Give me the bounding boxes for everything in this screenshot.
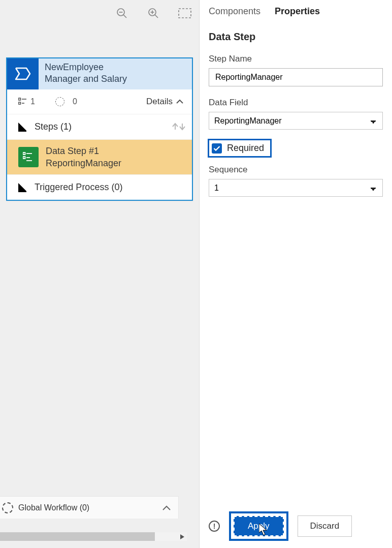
tab-components[interactable]: Components bbox=[209, 6, 260, 17]
required-label: Required bbox=[227, 143, 264, 154]
panel-tabs: Components Properties bbox=[209, 4, 383, 25]
chevron-up-icon bbox=[176, 99, 184, 105]
panel-title: Data Step bbox=[209, 31, 383, 43]
tab-properties[interactable]: Properties bbox=[275, 6, 320, 17]
svg-line-1 bbox=[123, 15, 126, 18]
required-checkbox-row[interactable]: Required bbox=[208, 139, 272, 158]
steps-label: Steps (1) bbox=[35, 121, 72, 132]
triangle-icon bbox=[18, 123, 27, 132]
apply-highlight: Apply bbox=[229, 511, 288, 541]
triangle-icon bbox=[18, 183, 27, 192]
spinner-icon bbox=[2, 502, 13, 513]
svg-marker-19 bbox=[180, 534, 184, 539]
canvas-toolbar bbox=[115, 6, 192, 20]
horizontal-scrollbar[interactable] bbox=[0, 532, 187, 541]
svg-rect-8 bbox=[19, 98, 21, 100]
required-checkbox[interactable] bbox=[212, 143, 222, 154]
chevron-up-icon[interactable] bbox=[162, 504, 171, 511]
step-name-label: Step Name bbox=[209, 54, 383, 64]
info-icon[interactable]: ! bbox=[209, 521, 220, 532]
svg-rect-16 bbox=[23, 157, 25, 159]
zoom-in-icon[interactable] bbox=[146, 6, 160, 20]
stage-card[interactable]: NewEmployee Manager and Salary 1 0 Detai… bbox=[6, 57, 193, 201]
data-field-select[interactable]: ReportingManager bbox=[209, 112, 383, 130]
details-toggle[interactable]: Details bbox=[146, 97, 184, 107]
triggered-section[interactable]: Triggered Process (0) bbox=[7, 175, 192, 200]
spinner-icon bbox=[55, 97, 64, 106]
step-name-input[interactable] bbox=[209, 68, 383, 86]
stage-header[interactable]: NewEmployee Manager and Salary bbox=[7, 58, 192, 89]
svg-rect-10 bbox=[19, 102, 21, 104]
data-field-label: Data Field bbox=[209, 98, 383, 108]
stage-chevron-icon bbox=[7, 58, 39, 89]
svg-rect-7 bbox=[179, 9, 191, 18]
data-step-row[interactable]: Data Step #1 ReportingManager bbox=[7, 140, 192, 175]
scroll-right-icon[interactable] bbox=[178, 532, 187, 541]
canvas-area: NewEmployee Manager and Salary 1 0 Detai… bbox=[0, 0, 199, 548]
stage-title-line2: Manager and Salary bbox=[45, 73, 127, 85]
check-icon bbox=[213, 145, 220, 151]
svg-line-4 bbox=[155, 15, 158, 18]
steps-count: 1 bbox=[18, 97, 35, 106]
data-step-icon bbox=[18, 147, 39, 167]
zoom-out-icon[interactable] bbox=[115, 6, 129, 20]
steps-section[interactable]: Steps (1) bbox=[7, 114, 192, 140]
discard-button[interactable]: Discard bbox=[298, 515, 352, 537]
apply-button[interactable]: Apply bbox=[234, 516, 284, 536]
stage-title: NewEmployee Manager and Salary bbox=[39, 58, 133, 89]
list-icon bbox=[18, 98, 27, 106]
stage-title-line1: NewEmployee bbox=[45, 62, 127, 73]
sequence-label: Sequence bbox=[209, 165, 383, 175]
panel-footer: ! Apply Discard bbox=[209, 505, 383, 541]
sort-arrows-icon[interactable] bbox=[172, 122, 186, 131]
triggered-count: 0 bbox=[55, 97, 77, 106]
scrollbar-thumb[interactable] bbox=[0, 532, 155, 541]
sequence-select[interactable]: 1 bbox=[209, 179, 383, 197]
stage-meta: 1 0 Details bbox=[7, 89, 192, 114]
svg-rect-14 bbox=[23, 153, 25, 155]
global-workflow-bar[interactable]: Global Workflow (0) bbox=[0, 496, 179, 519]
fit-screen-icon[interactable] bbox=[178, 6, 192, 20]
properties-panel: Components Properties Data Step Step Nam… bbox=[199, 0, 392, 548]
data-step-text: Data Step #1 ReportingManager bbox=[46, 145, 121, 170]
